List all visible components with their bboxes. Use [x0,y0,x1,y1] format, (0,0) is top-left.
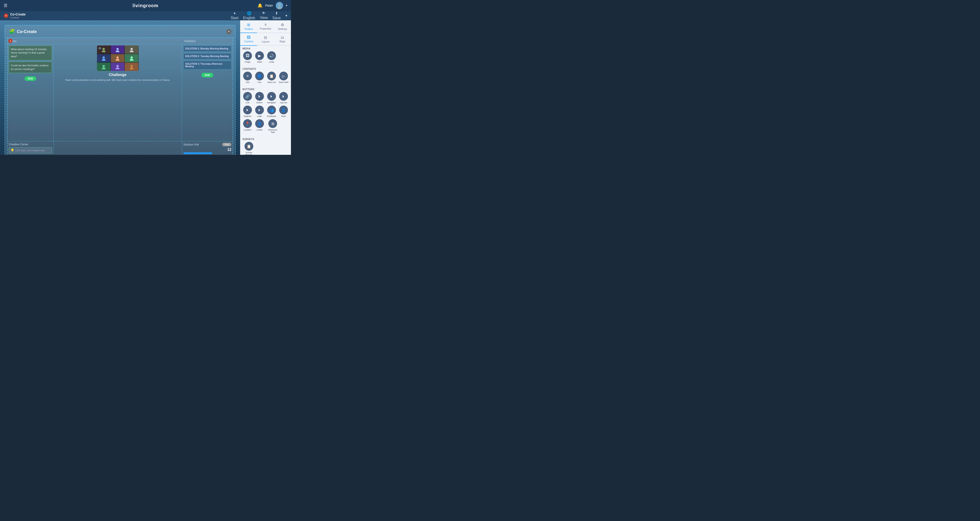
surveys-section: SURVEYS 📋 Survey Runner [240,136,291,155]
surveyrunner-icon: 📋 [245,142,253,151]
datafield-item[interactable]: ▷ Data Field [278,72,289,83]
video-item[interactable]: ▶ Video [255,51,265,63]
image-icon: 🖼 [243,51,252,60]
main-layout: 🧩 Co-Create ✕ ✕ Ideas Solutions [0,20,291,155]
view-button[interactable]: 👁 View [260,11,267,20]
svg-point-7 [130,50,134,52]
start-button[interactable]: ▾ Start [231,11,239,21]
layout-icon: ⊟ [258,35,273,40]
inner-close-button[interactable]: ✕ [8,39,13,43]
creative-corner-column: Creative Corner 💡 Let's chat, I am creat… [7,142,54,155]
appbar-icon: ⏵ [279,92,288,101]
creative-placeholder: Let's chat, I am creative now... [15,149,46,152]
icon-item[interactable]: 🔵 Icon [255,72,265,83]
solution-poll-label: Solution Poll [183,143,199,146]
contents-icons-row: ≡ Text 🔵 Icon 📋 Data List ▷ Data Field [242,72,289,83]
properties-icon: ≡ [258,22,273,27]
tab-content[interactable]: 🖼 Content [240,33,257,46]
top-bar-right: 🔔 Peter ▾ [258,2,287,9]
image-item[interactable]: 🖼 Image [242,51,253,63]
appbar-item[interactable]: ⏵ App bar [278,92,289,104]
media-section-label: MEDIA [242,47,289,50]
svg-point-1 [277,6,282,9]
settings-icon: ⚙ [275,22,290,27]
right-panel: ⊞ Toolbox ≡ Properties ⚙ Settings 🖼 Cont… [240,20,291,155]
surveys-icons-row: 📋 Survey Runner [242,142,289,155]
widget-title: Co-Create [17,29,37,34]
contents-section: CONTENTS ≡ Text 🔵 Icon 📋 Data List [240,66,291,86]
ideas-add-button[interactable]: ADD [24,76,37,81]
menu-icon[interactable]: ☰ [4,3,7,8]
save-button[interactable]: ⬆ Save [272,11,281,21]
video-icon: ▶ [255,51,264,60]
buttons-section-label: BUTTONS [242,88,289,91]
svg-point-11 [116,59,119,61]
widget-close-button[interactable]: ✕ [226,29,231,34]
creative-input[interactable]: 💡 Let's chat, I am creative now... [9,147,52,153]
solution-card-3: SOLUTION 3: Thursday Afternoon Meeting [183,61,231,70]
chevron-down-icon[interactable]: ▾ [286,4,287,7]
text-item[interactable]: ≡ Text [242,72,253,83]
login-item[interactable]: ⏵ Login [255,105,265,117]
register-item[interactable]: ⏵ Register [242,105,253,117]
svg-point-18 [130,65,133,67]
svg-point-16 [116,65,119,67]
tab-properties[interactable]: ≡ Properties [257,20,274,33]
surveys-section-label: SURVEYS [242,138,289,140]
idea-text-1: What about meeting 10 minutes every morn… [11,48,50,58]
poll-column: Solution Poll Vote 12 [182,142,233,155]
link-icon: 🔗 [243,92,252,101]
idea-card-1: What about meeting 10 minutes every morn… [9,46,52,60]
panel-sub-tabs: 🖼 Content ⊟ Layout 🗂 Bags [240,33,291,46]
tab-layout[interactable]: ⊟ Layout [257,33,274,45]
button-item[interactable]: ⏵ Button [255,92,265,104]
datalist-item[interactable]: 📋 Data List [266,72,277,83]
link-item[interactable]: 🔗 Link [242,92,253,104]
team-item[interactable]: 👤 Team [278,105,289,117]
location-item[interactable]: 📍 Location [242,119,253,133]
save-dropdown[interactable]: ▾ [285,13,287,18]
three-col: What about meeting 10 minutes every morn… [7,44,233,141]
svg-point-12 [130,56,133,59]
login-icon: ⏵ [255,105,264,115]
poll-number: 12 [183,148,231,152]
media-section: MEDIA 🖼 Image ▶ Video 🔊 Audio [240,46,291,66]
poll-bar [183,152,212,154]
solution-card-1: SOLUTION 1: Monday Morning Meeting [183,46,231,52]
icon-icon: 🔵 [255,72,264,80]
resourcetype-item[interactable]: ⊞ Resource Type [266,119,279,133]
challenge-column: 📹 [54,44,182,141]
top-bar: ☰ livingroom 🔔 Peter ▾ [0,0,291,11]
avatar[interactable] [276,2,283,9]
tab-bags[interactable]: 🗂 Bags [274,33,291,45]
solutions-label: Solutions [183,38,197,44]
avatar-item[interactable]: 👤 Avatar [255,119,265,133]
surveyrunner-item[interactable]: 📋 Survey Runner [242,142,255,155]
vote-button[interactable]: Vote [222,143,231,146]
svg-point-6 [130,48,133,50]
bell-icon[interactable]: 🔔 [258,3,262,8]
svg-point-4 [116,48,119,50]
datafield-icon: ▷ [279,72,288,80]
tab-toolbox[interactable]: ⊞ Toolbox [240,20,257,33]
navigator-item[interactable]: ⏵ Navigator [266,92,277,104]
svg-point-8 [102,56,105,59]
english-button[interactable]: 🌐 English [243,11,255,21]
text-icon: ≡ [243,72,252,80]
breadcrumb-sub: Content [10,16,25,19]
employee-item[interactable]: 👥 Employee [266,105,277,117]
challenge-label: Challenge [109,73,126,77]
app-title: livingroom [132,3,158,8]
solution-card-2: SOLUTION 2: Tuesday Morning Meeting [183,53,231,59]
buttons-icons-row: 🔗 Link ⏵ Button ⏵ Navigator ⏵ App bar [242,92,289,133]
resourcetype-icon: ⊞ [268,119,277,128]
button-icon: ⏵ [255,92,264,101]
employee-icon: 👥 [267,105,276,115]
close-button[interactable]: ✕ [4,13,8,18]
solutions-add-button[interactable]: ADD [201,73,213,77]
top-bar-left: ☰ [4,3,7,8]
breadcrumb-title: Co-Create [10,13,25,16]
tab-settings[interactable]: ⚙ Settings [274,20,291,33]
canvas-area: 🧩 Co-Create ✕ ✕ Ideas Solutions [0,20,240,155]
audio-item[interactable]: 🔊 Audio [266,51,277,63]
